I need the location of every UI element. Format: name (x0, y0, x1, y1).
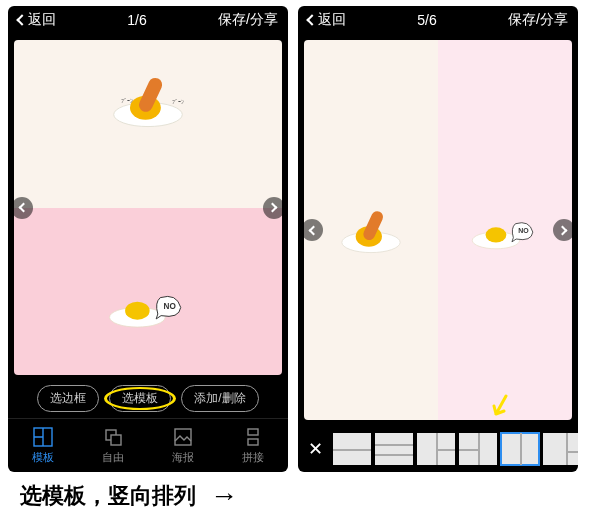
svg-text:ﾌﾞｰﾝ: ﾌﾞｰﾝ (121, 98, 133, 104)
pane-left[interactable] (304, 40, 438, 420)
back-button[interactable]: 返回 (308, 11, 346, 29)
tab-splice[interactable]: 拼接 (218, 419, 288, 472)
gudetama-no-illustration: NO (103, 275, 193, 335)
page-counter: 5/6 (417, 12, 436, 28)
template-2[interactable] (375, 433, 413, 465)
arrow-icon: → (210, 480, 238, 512)
bottom-tabs: 模板 自由 海报 拼接 (8, 418, 288, 472)
pane-top[interactable]: ﾌﾞｰﾝﾌﾞｰﾝ (14, 40, 282, 208)
collage-canvas[interactable]: ﾌﾞｰﾝﾌﾞｰﾝ NO (14, 40, 282, 375)
save-share-button[interactable]: 保存/分享 (508, 11, 568, 29)
template-picker-strip: ✕ (298, 426, 578, 472)
tab-template[interactable]: 模板 (8, 419, 78, 472)
caption-text: 选模板，竖向排列 (20, 481, 196, 511)
next-template-button[interactable] (263, 197, 282, 219)
svg-rect-13 (175, 429, 191, 445)
template-3[interactable] (417, 433, 455, 465)
chevron-left-icon (16, 14, 27, 25)
svg-rect-15 (248, 439, 258, 445)
tab-free[interactable]: 自由 (78, 419, 148, 472)
svg-text:NO: NO (164, 302, 177, 311)
add-delete-pill[interactable]: 添加/删除 (181, 385, 258, 412)
free-icon (103, 427, 123, 447)
svg-text:NO: NO (518, 227, 529, 234)
gudetama-bread-illustration: ﾌﾞｰﾝﾌﾞｰﾝ (103, 70, 193, 130)
pane-bottom[interactable]: NO (14, 208, 282, 376)
gudetama-bread-illustration (333, 205, 410, 256)
chevron-left-icon (306, 14, 317, 25)
edit-options-row: 选边框 选模板 添加/删除 (8, 381, 288, 418)
highlight-ring (104, 387, 176, 410)
collage-canvas[interactable]: NO (304, 40, 572, 420)
right-screenshot: 返回 5/6 保存/分享 NO ✕ (298, 6, 578, 472)
splice-icon (243, 427, 263, 447)
svg-rect-12 (111, 435, 121, 445)
status-bar: 返回 1/6 保存/分享 (8, 6, 288, 34)
back-button[interactable]: 返回 (18, 11, 56, 29)
svg-rect-14 (248, 429, 258, 435)
gudetama-no-illustration: NO (467, 205, 544, 256)
poster-icon (173, 427, 193, 447)
svg-text:ﾌﾞｰﾝ: ﾌﾞｰﾝ (172, 99, 184, 105)
caption-row: 选模板，竖向排列 → (0, 472, 600, 519)
svg-point-6 (125, 302, 150, 320)
template-1[interactable] (333, 433, 371, 465)
close-picker-button[interactable]: ✕ (302, 438, 329, 460)
template-6[interactable] (543, 433, 578, 465)
left-screenshot: 返回 1/6 保存/分享 ﾌﾞｰﾝﾌﾞｰﾝ NO 选边框 选模板 添加/删除 (8, 6, 288, 472)
tab-poster[interactable]: 海报 (148, 419, 218, 472)
page-counter: 1/6 (127, 12, 146, 28)
template-icon (33, 427, 53, 447)
save-share-button[interactable]: 保存/分享 (218, 11, 278, 29)
svg-point-20 (486, 227, 507, 242)
pane-right[interactable]: NO (438, 40, 572, 420)
next-template-button[interactable] (553, 219, 572, 241)
template-5-selected[interactable] (501, 433, 539, 465)
template-4[interactable] (459, 433, 497, 465)
border-pill[interactable]: 选边框 (37, 385, 99, 412)
status-bar: 返回 5/6 保存/分享 (298, 6, 578, 34)
template-pill[interactable]: 选模板 (109, 385, 171, 412)
